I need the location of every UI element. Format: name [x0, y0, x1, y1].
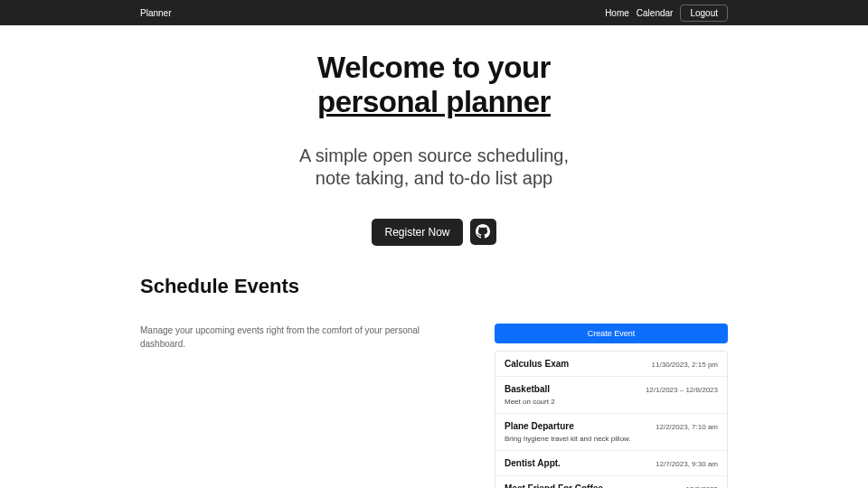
event-item[interactable]: Dentist Appt. 12/7/2023, 9:30 am — [495, 451, 727, 476]
event-title: Calculus Exam — [505, 359, 569, 369]
hero-buttons: Register Now — [0, 219, 868, 246]
hero-title: Welcome to your personal planner — [0, 51, 868, 119]
event-item[interactable]: Calculus Exam 11/30/2023, 2:15 pm — [495, 352, 727, 377]
nav-link-calendar[interactable]: Calendar — [637, 8, 674, 18]
schedule-description: Manage your upcoming events right from t… — [140, 324, 429, 488]
create-event-button[interactable]: Create Event — [495, 324, 728, 343]
github-button[interactable] — [470, 219, 496, 245]
hero: Welcome to your personal planner A simpl… — [0, 25, 868, 246]
event-date: 12/2/2023, 7:10 am — [656, 423, 718, 431]
hero-subtitle: A simple open source scheduling, note ta… — [0, 145, 868, 190]
event-item[interactable]: Basketball 12/1/2023 – 12/8/2023 Meet on… — [495, 377, 727, 414]
event-title: Meet Friend For Coffee — [505, 483, 603, 488]
event-item[interactable]: Plane Departure 12/2/2023, 7:10 am Bring… — [495, 414, 727, 451]
event-list: Calculus Exam 11/30/2023, 2:15 pm Basket… — [495, 351, 728, 488]
schedule-title: Schedule Events — [140, 275, 728, 298]
event-panel: Create Event Calculus Exam 11/30/2023, 2… — [495, 324, 728, 488]
brand[interactable]: Planner — [140, 8, 171, 18]
event-title: Basketball — [505, 384, 550, 394]
hero-title-line1: Welcome to your — [317, 51, 551, 84]
schedule-section: Schedule Events Manage your upcoming eve… — [0, 246, 868, 488]
hero-title-line2: personal planner — [317, 85, 551, 118]
event-title: Plane Departure — [505, 421, 574, 431]
github-icon — [476, 224, 490, 239]
event-note: Meet on court 2 — [505, 398, 718, 406]
logout-button[interactable]: Logout — [680, 5, 728, 22]
hero-sub-line1: A simple open source scheduling, — [299, 145, 569, 165]
event-item[interactable]: Meet Friend For Coffee 12/8/2023 Don't f… — [495, 476, 727, 488]
event-date: 12/7/2023, 9:30 am — [656, 460, 718, 468]
event-note: Bring hygiene travel kit and neck pillow… — [505, 435, 718, 443]
event-title: Dentist Appt. — [505, 458, 561, 468]
event-date: 12/1/2023 – 12/8/2023 — [646, 386, 718, 394]
hero-sub-line2: note taking, and to-do list app — [316, 168, 552, 188]
navbar: Planner Home Calendar Logout — [0, 0, 868, 25]
schedule-body: Manage your upcoming events right from t… — [140, 324, 728, 488]
nav-link-home[interactable]: Home — [605, 8, 629, 18]
event-date: 11/30/2023, 2:15 pm — [652, 361, 718, 369]
register-button[interactable]: Register Now — [372, 219, 462, 246]
navbar-right: Home Calendar Logout — [605, 5, 728, 22]
